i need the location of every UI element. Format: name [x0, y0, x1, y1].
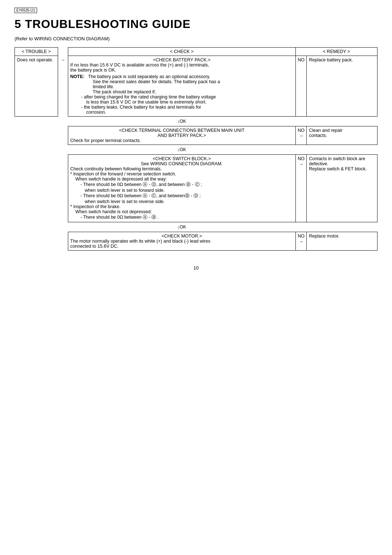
check-switch-title: <CHECK SWITCH BLOCK.>	[70, 156, 293, 161]
check-switch-line7: when switch lever is set to reverse side…	[70, 199, 293, 204]
model-number-badge: EY6535-U1	[15, 8, 37, 13]
trouble-3-empty	[15, 155, 58, 222]
check-switch-line9: When switch handle is not depressed:	[70, 209, 293, 214]
check-battery-note: NOTE: The battery pack is sold separatel…	[70, 74, 293, 79]
arrow-4	[58, 232, 68, 251]
arrow-1: →	[58, 56, 68, 117]
ok-sep-1-no	[295, 117, 306, 126]
ok-sep-3-no	[295, 222, 306, 232]
arrow-2	[58, 126, 68, 145]
check-switch-line5: when switch lever is set to forward side…	[70, 188, 293, 193]
check-battery-note4: The pack should be replaced if;	[70, 89, 293, 94]
check-battery-note5: - after being charged for the rated char…	[70, 94, 293, 100]
check-switch-line3: When switch handle is depressed all the …	[70, 177, 293, 182]
no-label-4: NO→	[295, 232, 306, 251]
remedy-battery: Replace battery pack.	[307, 56, 377, 117]
check-motor-title: <CHECK MOTOR.>	[70, 234, 293, 239]
no-label-1: NO	[295, 56, 306, 117]
section1-row: Does not operate. → <CHECK BATTERY PACK.…	[15, 56, 377, 117]
page-title: 5 TROUBLESHOOTING GUIDE	[15, 17, 377, 31]
check-switch: <CHECK SWITCH BLOCK.> See WIRING CONNECT…	[68, 155, 295, 222]
no-label-2: NO→	[295, 126, 306, 145]
check-motor-line1: The motor normally operates with its whi…	[70, 239, 293, 244]
check-battery-note3: limited life.	[70, 84, 293, 89]
check-switch-line4: - There should be 0Ω between Ⓐ - Ⓓ, and …	[70, 182, 293, 188]
subtitle: (Refer to WIRING CONNECTION DIAGRAM)	[15, 36, 377, 41]
ok-sep-2-arrow	[58, 145, 68, 155]
trouble-header: < TROUBLE >	[15, 48, 58, 56]
arrow-header-spacer	[58, 48, 68, 56]
check-battery-line2: the battery pack is OK.	[70, 68, 293, 73]
ok-sep-2-no	[295, 145, 306, 155]
section2-row: <CHECK TERMINAL CONNECTIONS BETWEEN MAIN…	[15, 126, 377, 145]
ok-sep-1-remedy	[307, 117, 377, 126]
ok-down-3: ↓OK	[68, 222, 295, 232]
check-motor-line2: connected to 15.6V DC.	[70, 244, 293, 249]
check-switch-line10: - There should be 0Ω between Ⓐ - Ⓑ .	[70, 214, 293, 220]
ok-separator-2: ↓OK	[15, 145, 377, 155]
check-battery-line1: If no less than 15.6 V DC is available a…	[70, 62, 293, 68]
check-motor: <CHECK MOTOR.> The motor normally operat…	[68, 232, 295, 251]
check-battery-note2: See the nearest sales dealer for details…	[70, 79, 293, 84]
check-switch-line8: * Inspection of the brake.	[70, 204, 293, 209]
ok-down-1: ↓OK	[68, 117, 295, 126]
no-label-3: NO→	[295, 155, 306, 222]
troubleshooting-table: < TROUBLE > < CHECK > < REMEDY > Does no…	[15, 47, 377, 251]
check-battery-note6: is less than 15.6 V DC or the usable tim…	[70, 100, 293, 105]
check-switch-line6: - There should be 0Ω between Ⓐ - Ⓒ, and …	[70, 193, 293, 199]
check-battery-note8: corrosion.	[70, 110, 293, 115]
ok-down-2: ↓OK	[68, 145, 295, 155]
remedy-switch: Contacts in switch block are defective.R…	[307, 155, 377, 222]
check-battery-note7: - the battery leaks. Check battery for l…	[70, 105, 293, 110]
section3-row: <CHECK SWITCH BLOCK.> See WIRING CONNECT…	[15, 155, 377, 222]
check-switch-line1: Check continuity between following termi…	[70, 166, 293, 171]
check-header: < CHECK >	[68, 48, 295, 56]
ok-sep-1-trouble	[15, 117, 58, 126]
trouble-4-empty	[15, 232, 58, 251]
ok-sep-1-arrow	[58, 117, 68, 126]
ok-sep-2-remedy	[307, 145, 377, 155]
check-switch-line2: * Inspection of the forward / reverse se…	[70, 171, 293, 177]
trouble-2-empty	[15, 126, 58, 145]
remedy-motor: Replace motor.	[307, 232, 377, 251]
check-switch-subtitle: See WIRING CONNECTION DIAGRAM.	[70, 161, 293, 166]
trouble-does-not-operate: Does not operate.	[15, 56, 58, 117]
check-battery-pack: <CHECK BATTERY PACK.> If no less than 15…	[68, 56, 295, 117]
check-terminal: <CHECK TERMINAL CONNECTIONS BETWEEN MAIN…	[68, 126, 295, 145]
ok-sep-2-trouble	[15, 145, 58, 155]
page-number: 10	[15, 265, 377, 271]
ok-sep-3-trouble	[15, 222, 58, 232]
ok-separator-3: ↓OK	[15, 222, 377, 232]
check-terminal-title1: <CHECK TERMINAL CONNECTIONS BETWEEN MAIN…	[70, 128, 293, 133]
check-battery-title: <CHECK BATTERY PACK.>	[70, 57, 293, 62]
ok-separator-1: ↓OK	[15, 117, 377, 126]
section4-row: <CHECK MOTOR.> The motor normally operat…	[15, 232, 377, 251]
remedy-header: < REMEDY >	[295, 48, 377, 56]
ok-sep-3-arrow	[58, 222, 68, 232]
check-terminal-title2: AND BATTERY PACK.>	[70, 133, 293, 138]
remedy-terminal: Clean and repaircontacts.	[307, 126, 377, 145]
check-terminal-sub: Check for proper terminal contacts.	[70, 138, 293, 143]
arrow-3	[58, 155, 68, 222]
ok-sep-3-remedy	[307, 222, 377, 232]
